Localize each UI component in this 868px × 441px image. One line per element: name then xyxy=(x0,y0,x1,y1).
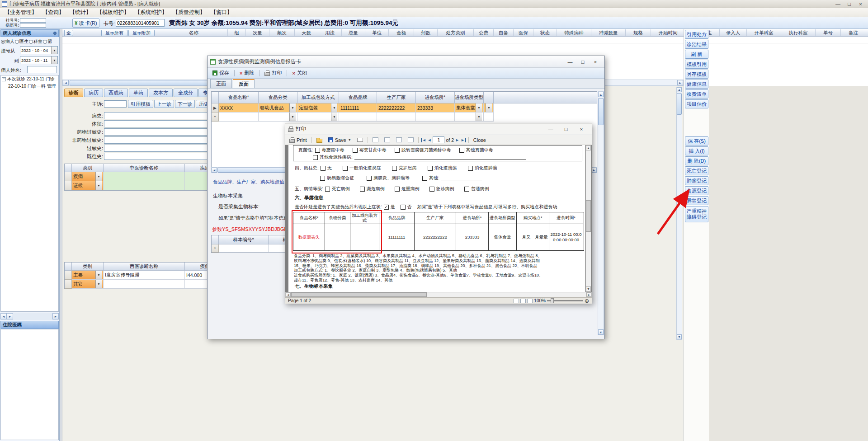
page-width-view-icon[interactable] xyxy=(527,299,533,303)
inpatient-orders-header[interactable]: 住院医嘱 xyxy=(0,321,59,329)
scroll-right-icon[interactable]: ► xyxy=(586,292,591,297)
col-remark[interactable]: 备注 xyxy=(841,29,866,36)
page-setup-button[interactable] xyxy=(370,136,381,143)
dialog-titlebar[interactable]: 食源性疾病病例监测病例信息报告卡 — □ × xyxy=(208,56,604,68)
food-packaging-cell[interactable]: ▼ xyxy=(297,113,339,122)
col-doses[interactable]: 剂数 xyxy=(414,29,438,36)
chevron-down-icon[interactable]: ▼ xyxy=(476,113,482,121)
nav-right-icon[interactable]: ► xyxy=(7,313,13,319)
close-button[interactable]: ×关闭 xyxy=(290,69,309,77)
chevron-down-icon[interactable]: ▼ xyxy=(331,113,337,121)
first-page-icon[interactable]: ◄ xyxy=(421,138,426,142)
patient-name-input[interactable] xyxy=(27,66,57,73)
row-header[interactable] xyxy=(65,181,72,190)
item-estimate-button[interactable]: 项目估价 xyxy=(685,99,708,108)
delete-button[interactable]: 删 除(D) xyxy=(685,156,708,165)
west-col-name[interactable]: 西医诊断名称 xyxy=(104,263,185,271)
tab-herb[interactable]: 草药 xyxy=(129,89,148,97)
col-insurance[interactable]: 医保 xyxy=(514,29,533,36)
col-entry-person[interactable]: 录入人 xyxy=(720,29,747,36)
col-status[interactable]: 状态 xyxy=(533,29,557,36)
tumor-register-button[interactable]: 肿瘤登记 xyxy=(685,176,708,185)
partial-cell[interactable]: ▼ xyxy=(484,103,494,113)
current-row-icon[interactable]: ▶ xyxy=(212,103,219,113)
col-usage[interactable]: 用法 xyxy=(318,29,342,36)
tab-record[interactable]: 病历 xyxy=(84,89,103,97)
chevron-down-icon[interactable]: ▼ xyxy=(95,172,102,181)
food-col-name[interactable]: 食品名称* xyxy=(219,92,259,103)
tcm-type-cell[interactable]: 疾病▼ xyxy=(72,172,104,181)
col-amount[interactable]: 金额 xyxy=(389,29,414,36)
abnormal-register-button[interactable]: 异常登记 xyxy=(685,196,708,205)
food-col-place-type[interactable]: 进食场所类型 xyxy=(455,92,484,103)
food-col-packaging[interactable]: 加工或包装方式 xyxy=(297,92,339,103)
scroll-left-icon[interactable]: ◄ xyxy=(212,168,217,173)
close-button[interactable]: Close xyxy=(471,136,488,144)
save-button[interactable]: 保 存(S) xyxy=(685,136,708,145)
radio-dept[interactable] xyxy=(29,40,33,44)
food-packaging-cell[interactable]: 定型包装▼ xyxy=(297,103,339,113)
preview-hscrollbar[interactable]: ◄ ► xyxy=(285,292,592,297)
cite-template-button[interactable]: 引用模板 xyxy=(128,100,153,108)
col-spec[interactable]: 规格 xyxy=(626,29,651,36)
food-col-place[interactable]: 进食场所* xyxy=(416,92,455,103)
page-number-input[interactable] xyxy=(433,136,444,143)
food-brand-cell[interactable]: 11111111 xyxy=(339,103,377,113)
death-register-button[interactable]: 死亡登记 xyxy=(685,166,708,175)
radio-doctor[interactable] xyxy=(15,40,19,44)
close-icon[interactable]: × xyxy=(855,1,866,7)
tree-item-current[interactable]: − 本次就诊 22-10-11 门诊 xyxy=(1,75,58,83)
mental-register-button[interactable]: 严重精神障碍登记 xyxy=(685,206,708,222)
zoom-in-icon[interactable]: ⊕ xyxy=(585,298,589,304)
food-col-category[interactable]: 食品分类 xyxy=(259,92,297,103)
menu-window[interactable]: 【窗口】 xyxy=(208,8,235,17)
maximize-icon[interactable]: □ xyxy=(576,58,589,66)
open-button[interactable] xyxy=(314,136,325,144)
scroll-up-icon[interactable]: ▲ xyxy=(598,92,604,97)
mail-button[interactable] xyxy=(355,137,365,143)
prev-visit-button[interactable]: 上一诊 xyxy=(154,100,174,108)
scroll-thumb[interactable] xyxy=(598,98,604,125)
print-button[interactable]: Print xyxy=(287,136,309,144)
chevron-down-icon[interactable]: ▼ xyxy=(51,56,57,64)
tab-full-ingredient[interactable]: 全成分 xyxy=(174,89,198,97)
tab-western-drug[interactable]: 西成药 xyxy=(104,89,128,97)
menu-business[interactable]: 【业务管理】 xyxy=(2,8,40,17)
nav-right-end-icon[interactable]: ► xyxy=(52,313,59,319)
foodborne-register-button[interactable]: 食源登记 xyxy=(685,186,708,195)
minimize-icon[interactable]: — xyxy=(564,58,576,66)
print-dialog-titlebar[interactable]: 打印 — □ × xyxy=(285,123,592,135)
food-place-cell[interactable] xyxy=(416,113,455,122)
sample-no-cell[interactable] xyxy=(219,244,269,253)
chevron-down-icon[interactable]: ▼ xyxy=(289,113,296,121)
refresh-button[interactable]: 刷 新 xyxy=(685,50,708,59)
food-category-cell[interactable]: ▼ xyxy=(259,113,297,122)
food-manufacturer-cell[interactable] xyxy=(377,113,416,122)
all-button[interactable]: 全 xyxy=(64,30,73,36)
west-name-cell[interactable] xyxy=(104,280,185,289)
scroll-down-icon[interactable]: ▼ xyxy=(586,286,591,291)
nav-left-icon[interactable]: ◄ xyxy=(0,313,7,319)
scroll-right-icon[interactable]: ► xyxy=(677,80,683,85)
food-name-cell[interactable] xyxy=(219,113,259,122)
form-vscrollbar[interactable]: ▲ ▼ xyxy=(676,87,682,340)
tcm-name-cell[interactable] xyxy=(104,181,185,190)
col-order-no[interactable]: 单号 xyxy=(816,29,841,36)
menu-template[interactable]: 【模板维护】 xyxy=(94,8,132,17)
col-dose[interactable]: 次量 xyxy=(246,29,269,36)
dialog-vscrollbar[interactable]: ▲ ▼ xyxy=(598,91,604,335)
chevron-down-icon[interactable]: ▼ xyxy=(486,103,492,112)
multi-page-view-icon[interactable] xyxy=(520,299,526,303)
menu-query[interactable]: 【查询】 xyxy=(40,8,67,17)
scroll-down-icon[interactable]: ▼ xyxy=(677,334,682,339)
zoom-tool-button[interactable] xyxy=(394,136,404,143)
tab-front[interactable]: 正面 xyxy=(210,79,232,88)
food-col-partial[interactable] xyxy=(484,92,494,103)
scroll-thumb[interactable] xyxy=(291,292,427,297)
radio-keep[interactable] xyxy=(43,40,47,44)
patient-visit-panel-header[interactable]: 病人就诊信息 xyxy=(0,29,59,37)
new-row-icon[interactable]: * xyxy=(212,113,219,122)
zoom-slider[interactable] xyxy=(547,300,583,301)
west-name-cell[interactable]: I度房室传导阻滞 xyxy=(104,271,185,280)
col-rx-type[interactable]: 处方类别 xyxy=(438,29,474,36)
